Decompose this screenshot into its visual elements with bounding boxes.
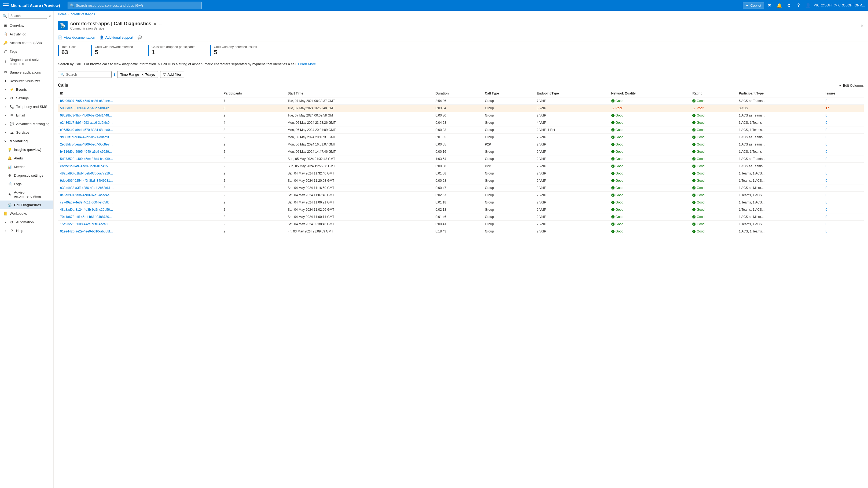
sidebar-item-insights[interactable]: 💡 Insights (preview)	[0, 145, 53, 154]
table-row[interactable]: 2eb3fdc8-5eaa-4806-b9c7-05c8e7b6c89 2 Mo…	[58, 141, 864, 148]
additional-support-button[interactable]: 👤 Additional support	[99, 35, 133, 39]
issues-count[interactable]: 0	[825, 157, 827, 161]
issues-count[interactable]: 0	[825, 179, 827, 182]
sidebar-item-services[interactable]: › ☁ Services	[0, 128, 53, 137]
breadcrumb-home[interactable]: Home	[58, 12, 66, 16]
table-row[interactable]: c0635440-afad-4570-8284-68ada0a614b 3 Mo…	[58, 126, 864, 134]
issues-count[interactable]: 0	[825, 99, 827, 103]
table-row[interactable]: 7041a673-dfff-45b1-b61f-048873091dee 2 S…	[58, 213, 864, 221]
issues-count[interactable]: 0	[825, 143, 827, 146]
issues-count[interactable]: 0	[825, 114, 827, 117]
time-range-button[interactable]: Time Range < 7days	[117, 71, 158, 78]
sidebar-collapse-icon[interactable]: ◁	[49, 14, 51, 18]
breadcrumb-resource[interactable]: corertc-test-apps	[71, 12, 95, 16]
col-network-quality[interactable]: Network Quality	[609, 90, 690, 97]
col-duration[interactable]: Duration	[433, 90, 483, 97]
table-row[interactable]: ebffbc8c-34f4-4ae8-8dd8-01d41511997f 2 S…	[58, 163, 864, 170]
issues-count[interactable]: 0	[825, 222, 827, 226]
hamburger-menu[interactable]	[3, 3, 8, 8]
table-row[interactable]: 9d503f1d-d004-42b2-8b71-e0ac9fe660f 2 Mo…	[58, 134, 864, 141]
profile-icon[interactable]: 👤	[804, 1, 812, 10]
call-id-link[interactable]: e24363c7-fbbf-4693-aac6-3d6f9c0291a8	[60, 121, 114, 124]
call-id-link[interactable]: 15a93225-5008-44cc-a8fc-4aca58e1e30r	[60, 222, 114, 226]
close-button[interactable]: ✕	[860, 23, 864, 28]
sidebar-search-input[interactable]	[8, 13, 47, 19]
issues-count[interactable]: 0	[825, 128, 827, 132]
settings-icon[interactable]: ⚙	[784, 1, 793, 10]
sidebar-item-sample-apps[interactable]: ⧉ Sample applications	[0, 68, 53, 77]
call-id-link[interactable]: c2749aba-4e8e-4c11-b604-9f056c5ebb1	[60, 201, 114, 204]
table-row[interactable]: 01ee442b-ae2e-4ee0-bd10-ab008f3eeek 2 Fr…	[58, 228, 864, 235]
issues-count[interactable]: 0	[825, 193, 827, 197]
table-row[interactable]: 48a5af9d-01bd-45eb-93dc-a77219267eT 2 Sa…	[58, 170, 864, 177]
sidebar-item-activity-log[interactable]: 📋 Activity log	[0, 30, 53, 38]
col-endpoint-type[interactable]: Endpoint Type	[535, 90, 609, 97]
add-filter-button[interactable]: ▽ Add filter	[160, 71, 184, 78]
call-id-link[interactable]: 5d873529-a409-45ce-87d4-baa0f9a572C	[60, 157, 114, 161]
sidebar-item-workbooks[interactable]: 📒 Workbooks	[0, 209, 53, 218]
sidebar-item-settings[interactable]: › ⚙ Settings	[0, 94, 53, 102]
sidebar-item-metrics[interactable]: 📊 Metrics	[0, 163, 53, 171]
call-id-link[interactable]: 9d503f1d-d004-42b2-8b71-e0ac9fe660f	[60, 135, 114, 139]
issues-count[interactable]: 0	[825, 150, 827, 153]
feedback-icon[interactable]: ⊡	[765, 1, 774, 10]
col-participants[interactable]: Participants	[221, 90, 285, 97]
table-row[interactable]: b4116d9e-2995-4640-a1d9-c9529d4ebc 2 Mon…	[58, 148, 864, 155]
issues-count[interactable]: 0	[825, 164, 827, 168]
feedback-button[interactable]: 💬	[137, 35, 142, 39]
more-options-icon[interactable]: ···	[159, 22, 162, 26]
issues-count[interactable]: 0	[825, 172, 827, 175]
call-id-link[interactable]: 48a5af9d-01bd-45eb-93dc-a77219267eT	[60, 172, 114, 175]
table-row[interactable]: 98d28bc3-9bbf-4b60-be72-bf14488a764 2 Tu…	[58, 112, 864, 119]
help-icon[interactable]: ?	[794, 1, 803, 10]
call-id-link[interactable]: 98d28bc3-9bbf-4b60-be72-bf14488a764	[60, 114, 114, 117]
call-id-link[interactable]: ebffbc8c-34f4-4ae8-8dd8-01d41511997f	[60, 164, 114, 168]
sidebar-item-events[interactable]: › ⚡ Events	[0, 85, 53, 94]
view-docs-button[interactable]: 📄 View documentation	[58, 35, 95, 39]
call-id-link[interactable]: 48a8ad0a-8124-4d8b-9d2f-c20d56e8a4t	[60, 208, 114, 211]
sidebar-item-automation[interactable]: › ⚙ Automation	[0, 218, 53, 226]
info-tooltip-icon[interactable]: ℹ	[114, 73, 115, 77]
call-id-link[interactable]: 2eb3fdc8-5eaa-4806-b9c7-05c8e7b6c89	[60, 143, 114, 146]
col-id[interactable]: ID	[58, 90, 221, 97]
global-search-input[interactable]	[76, 3, 199, 7]
table-row[interactable]: c2749aba-4e8e-4c11-b604-9f056c5ebb1 2 Sa…	[58, 199, 864, 206]
copilot-button[interactable]: ✦ Copilot	[743, 2, 764, 9]
call-id-link[interactable]: 5063dea8-5099-48e7-a6b7-0d44b055cb	[60, 106, 114, 110]
favorite-icon[interactable]: ★	[153, 22, 157, 26]
col-rating[interactable]: Rating	[690, 90, 737, 97]
call-id-link[interactable]: a32c4b38-a3ff-4886-a8a1-2b63c61b4e9	[60, 186, 114, 190]
issues-count[interactable]: 0	[825, 121, 827, 124]
sidebar-item-call-diagnostics[interactable]: 📡 Call Diagnostics	[0, 201, 53, 209]
sidebar-item-alerts[interactable]: 🔔 Alerts	[0, 154, 53, 163]
table-row[interactable]: 48a8ad0a-8124-4d8b-9d2f-c20d56e8a4t 2 Sa…	[58, 206, 864, 213]
table-row[interactable]: 5d873529-a409-45ce-87d4-baa0f9a572C 2 Su…	[58, 155, 864, 163]
sidebar-item-monitoring[interactable]: ∨ Monitoring	[0, 137, 53, 145]
col-participant-type[interactable]: Participant Type	[737, 90, 823, 97]
edit-columns-button[interactable]: ≡ Edit Columns	[839, 84, 864, 87]
table-row[interactable]: a32c4b38-a3ff-4886-a8a1-2b63c61b4e9 3 Sa…	[58, 184, 864, 192]
issues-count[interactable]: 0	[825, 230, 827, 233]
sidebar-item-advisor[interactable]: ★ Advisor recommendations	[0, 188, 53, 201]
sidebar-item-overview[interactable]: ⊞ Overview	[0, 21, 53, 30]
table-row[interactable]: 15a93225-5008-44cc-a8fc-4aca58e1e30r 2 S…	[58, 221, 864, 228]
sidebar-item-diagnose[interactable]: ⚕ Diagnose and solve problems	[0, 56, 53, 68]
col-start-time[interactable]: Start Time	[285, 90, 433, 97]
issues-count[interactable]: 0	[825, 208, 827, 211]
sidebar-item-telephony[interactable]: › 📞 Telephony and SMS	[0, 102, 53, 111]
sidebar-item-email[interactable]: › ✉ Email	[0, 111, 53, 119]
sidebar-item-help[interactable]: › ? Help	[0, 226, 53, 235]
learn-more-link[interactable]: Learn More	[298, 62, 316, 66]
notifications-icon[interactable]: 🔔	[775, 1, 783, 10]
sidebar-item-logs[interactable]: 📄 Logs	[0, 179, 53, 188]
issues-count[interactable]: 0	[825, 186, 827, 190]
call-id-link[interactable]: 01ee442b-ae2e-4ee0-bd10-ab008f3eeek	[60, 230, 114, 233]
issues-count[interactable]: 0	[825, 135, 827, 139]
issues-count[interactable]: 17	[825, 106, 829, 110]
issues-count[interactable]: 0	[825, 201, 827, 204]
sidebar-item-tags[interactable]: 🏷 Tags	[0, 47, 53, 56]
sidebar-item-diagnostic-settings[interactable]: ⚙ Diagnostic settings	[0, 171, 53, 179]
col-call-type[interactable]: Call Type	[483, 90, 535, 97]
sidebar-item-iam[interactable]: 🔑 Access control (IAM)	[0, 38, 53, 47]
table-row[interactable]: 5063dea8-5099-48e7-a6b7-0d44b055cb 3 Tue…	[58, 105, 864, 112]
